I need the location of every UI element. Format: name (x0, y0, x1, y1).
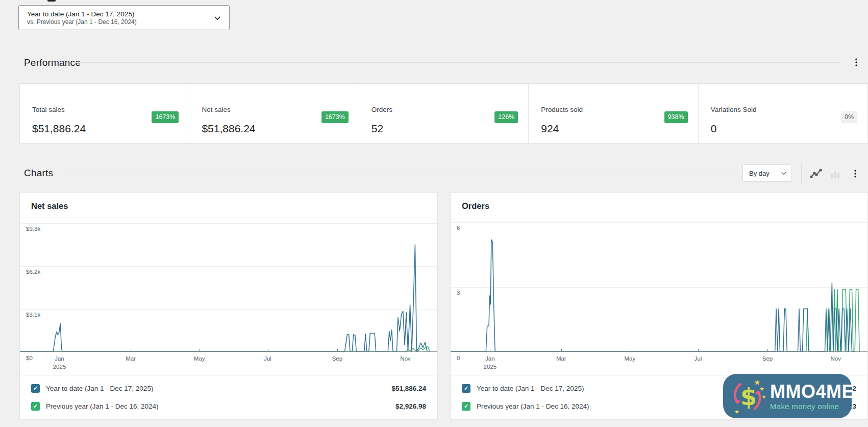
orders-lines (451, 219, 866, 352)
legend-row-previous[interactable]: ✓ Previous year (Jan 1 - Dec 16, 2024) $… (20, 397, 437, 415)
x-axis-tick (698, 349, 699, 351)
summary-card-orders[interactable]: Orders 52 126% (359, 84, 529, 143)
performance-menu-button[interactable] (848, 54, 864, 70)
legend-checkbox-icon[interactable]: ✓ (462, 402, 470, 411)
net-sales-plot-area[interactable]: $9.3k$6.2k$3.1k (20, 219, 437, 352)
ellipsis-vertical-icon (850, 169, 860, 179)
svg-text:★: ★ (734, 409, 739, 415)
chevron-down-icon (780, 170, 787, 177)
charts-divider (65, 174, 739, 174)
x-axis-label: Sep (752, 355, 783, 363)
x-axis-label: Jul (253, 355, 283, 363)
interval-label: By day (749, 170, 780, 177)
summary-card-net-sales[interactable]: Net sales $51,886.24 1673% (189, 84, 359, 143)
orders-x-axis: 0Jan2025MarMayJulSepNov (451, 352, 867, 375)
legend-label: Previous year (Jan 1 - Dec 16, 2024) (477, 402, 589, 410)
legend-total: $51,886.24 (391, 385, 426, 392)
performance-divider (75, 62, 839, 63)
chart-interval-select[interactable]: By day (742, 164, 792, 182)
x-axis-label: Nov (821, 355, 851, 363)
x-axis-tick (836, 349, 836, 351)
x-axis-tick (131, 349, 131, 351)
legend-label: Year to date (Jan 1 - Dec 17, 2025) (46, 385, 153, 392)
summary-value: $51,886.24 (32, 123, 179, 135)
chevron-down-icon (213, 13, 222, 22)
charts-section-title: Charts (24, 168, 53, 179)
x-axis-label: Mar (115, 355, 146, 363)
x-axis-label: Sep (322, 355, 353, 363)
summary-card-products-sold[interactable]: Products sold 924 938% (529, 84, 698, 143)
summary-value: 0 (711, 123, 857, 135)
summary-label: Orders (371, 106, 392, 113)
svg-text:$: $ (740, 383, 757, 411)
chart-title: Orders (451, 193, 867, 219)
legend-total: $2,926.98 (395, 402, 426, 410)
svg-text:★: ★ (759, 386, 764, 392)
x-axis-tick (337, 349, 338, 351)
performance-summary-cards: Total sales $51,886.24 1673% Net sales $… (19, 83, 868, 144)
legend-row-current[interactable]: ✓ Year to date (Jan 1 - Dec 17, 2025) $5… (20, 379, 437, 397)
y-axis-zero-label: $0 (26, 355, 33, 361)
chart-legend: ✓ Year to date (Jan 1 - Dec 17, 2025) $5… (20, 375, 437, 415)
orders-plot-area[interactable]: 63 (451, 219, 867, 352)
x-axis-label: Jul (683, 355, 713, 363)
x-axis-tick (767, 349, 768, 351)
line-chart-view-button[interactable] (808, 167, 824, 182)
summary-value: $51,886.24 (202, 123, 348, 135)
ellipsis-vertical-icon (851, 57, 861, 67)
summary-value: 52 (371, 123, 518, 135)
x-axis-label: Nov (390, 355, 421, 363)
legend-checkbox-icon[interactable]: ✓ (462, 384, 470, 393)
summary-card-variations-sold[interactable]: Variations Sold 0 0% (699, 84, 867, 143)
toolbar-divider (801, 162, 802, 184)
net-sales-x-axis: $0Jan2025MarMayJulSepNov (20, 352, 437, 375)
date-range-picker[interactable]: Year to date (Jan 1 - Dec 17, 2025) vs. … (18, 5, 230, 30)
net-sales-lines (20, 219, 436, 352)
x-axis-tick (561, 349, 562, 351)
summary-change-badge: 126% (494, 111, 518, 123)
dollar-arrows-logo-icon: $ ★ ★ ★ ★ (730, 377, 767, 416)
summary-change-badge: 1673% (152, 111, 179, 123)
summary-label: Total sales (32, 106, 65, 113)
performance-section-title: Performance (24, 57, 81, 68)
x-axis-label: Jan2025 (44, 355, 75, 371)
bar-chart-icon (830, 169, 841, 180)
bar-chart-view-button[interactable] (828, 167, 843, 182)
svg-text:★: ★ (762, 394, 766, 399)
summary-value: 924 (541, 123, 687, 135)
mmo4me-watermark: $ ★ ★ ★ ★ MMO4ME Make money online (723, 374, 852, 418)
watermark-tagline: Make money online (770, 402, 854, 411)
net-sales-chart-card: Net sales $9.3k$6.2k$3.1k $0Jan2025MarMa… (19, 192, 438, 420)
summary-change-badge: 1673% (321, 111, 349, 123)
legend-checkbox-icon[interactable]: ✓ (31, 402, 40, 411)
y-axis-zero-label: 0 (457, 355, 460, 361)
legend-label: Year to date (Jan 1 - Dec 17, 2025) (477, 385, 584, 392)
cropped-element (47, 0, 56, 2)
x-axis-tick (406, 349, 406, 351)
x-axis-tick (60, 349, 60, 351)
summary-change-badge: 938% (664, 111, 688, 123)
x-axis-label: May (614, 355, 645, 363)
x-axis-tick (268, 349, 268, 351)
x-axis-label: Jan2025 (475, 355, 505, 371)
chart-title: Net sales (20, 193, 437, 219)
summary-label: Variations Sold (711, 106, 757, 113)
x-axis-tick (200, 349, 200, 351)
date-range-comparison: vs. Previous year (Jan 1 - Dec 16, 2024) (27, 18, 213, 26)
charts-menu-button[interactable] (847, 165, 863, 182)
x-axis-tick (630, 349, 630, 351)
legend-label: Previous year (Jan 1 - Dec 16, 2024) (46, 402, 159, 410)
summary-change-badge: 0% (841, 111, 857, 123)
x-axis-tick (490, 349, 490, 351)
summary-card-total-sales[interactable]: Total sales $51,886.24 1673% (20, 84, 189, 143)
legend-checkbox-icon[interactable]: ✓ (31, 384, 40, 393)
summary-label: Net sales (202, 106, 230, 113)
line-chart-icon (810, 168, 822, 180)
summary-label: Products sold (541, 106, 583, 113)
x-axis-label: Mar (546, 355, 577, 363)
x-axis-label: May (184, 355, 215, 363)
date-range-primary: Year to date (Jan 1 - Dec 17, 2025) (27, 10, 213, 18)
watermark-title: MMO4ME (770, 382, 854, 401)
